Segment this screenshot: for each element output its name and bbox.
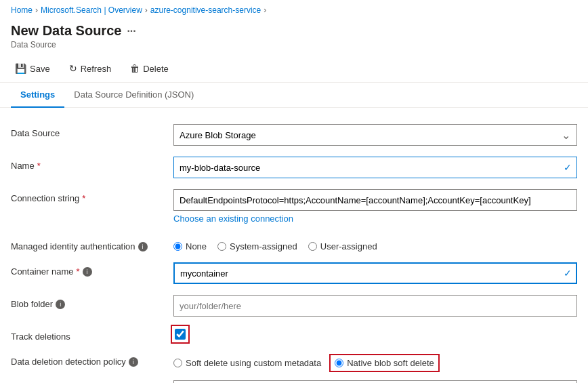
tab-bar: Settings Data Source Definition (JSON) (0, 83, 588, 108)
managed-identity-row: Managed identity authentication i None S… (11, 232, 577, 257)
data-source-row: Data Source Azure Blob Storage Azure SQL… (11, 119, 577, 151)
description-control (173, 380, 577, 383)
managed-identity-system[interactable]: System-assigned (217, 241, 297, 251)
more-options-icon[interactable]: ··· (127, 25, 135, 37)
managed-identity-control: None System-assigned User-assigned (173, 237, 577, 251)
container-name-required: * (77, 266, 80, 277)
managed-identity-info-icon[interactable]: i (138, 242, 148, 251)
tab-json[interactable]: Data Source Definition (JSON) (64, 83, 203, 108)
choose-connection-link[interactable]: Choose an existing connection (173, 211, 293, 226)
page-title: New Data Source (11, 23, 121, 39)
form: Data Source Azure Blob Storage Azure SQL… (0, 119, 588, 383)
name-required: * (37, 161, 41, 171)
track-deletions-label: Track deletions (11, 327, 173, 342)
blob-folder-label: Blob folder i (11, 295, 173, 309)
policy-soft-delete[interactable]: Soft delete using custom metadata (173, 358, 321, 368)
container-name-control: ✓ (173, 262, 577, 284)
description-textarea[interactable] (173, 380, 577, 383)
breadcrumb-service[interactable]: azure-cognitive-search-service (150, 5, 261, 15)
connection-string-row: Connection string * Choose an existing c… (11, 184, 577, 232)
refresh-button[interactable]: ↻ Refresh (65, 60, 116, 77)
save-icon: 💾 (15, 63, 26, 74)
delete-button[interactable]: 🗑 Delete (126, 60, 173, 77)
page-header: New Data Source ··· Data Source (0, 20, 588, 55)
name-row: Name * ✓ (11, 151, 577, 184)
container-name-info-icon[interactable]: i (83, 267, 92, 277)
track-deletions-row: Track deletions (11, 322, 577, 347)
blob-folder-info-icon[interactable]: i (56, 300, 65, 309)
data-source-label: Data Source (11, 124, 173, 138)
refresh-icon: ↻ (69, 63, 77, 74)
description-row: Description (11, 375, 577, 383)
deletion-policy-info-icon[interactable]: i (129, 357, 138, 367)
deletion-policy-label: Data deletion detection policy i (11, 352, 173, 367)
managed-identity-none[interactable]: None (173, 241, 207, 251)
description-label: Description (11, 380, 173, 383)
container-name-label: Container name * i (11, 262, 173, 277)
connection-string-required: * (82, 193, 85, 203)
tab-settings[interactable]: Settings (11, 83, 64, 108)
delete-icon: 🗑 (130, 63, 140, 74)
breadcrumb-search[interactable]: Microsoft.Search | Overview (41, 5, 142, 15)
connection-string-input[interactable] (173, 189, 577, 211)
container-name-row: Container name * i ✓ (11, 257, 577, 289)
managed-identity-user[interactable]: User-assigned (308, 241, 377, 251)
blob-folder-control (173, 295, 577, 317)
policy-native-blob[interactable]: Native blob soft delete (332, 357, 437, 369)
connection-string-label: Connection string * (11, 189, 173, 203)
track-deletions-checkbox[interactable] (175, 329, 186, 340)
toolbar: 💾 Save ↻ Refresh 🗑 Delete (0, 55, 588, 83)
page-subtitle: Data Source (11, 40, 577, 49)
blob-folder-row: Blob folder i (11, 289, 577, 322)
breadcrumb: Home › Microsoft.Search | Overview › azu… (0, 0, 588, 20)
deletion-policy-row: Data deletion detection policy i Soft de… (11, 347, 577, 375)
data-source-select[interactable]: Azure Blob Storage Azure SQL Database Az… (173, 124, 577, 146)
deletion-policy-control: Soft delete using custom metadata Native… (173, 352, 577, 369)
name-input[interactable] (173, 157, 577, 178)
container-name-valid-icon: ✓ (564, 268, 572, 279)
breadcrumb-home[interactable]: Home (11, 5, 33, 15)
data-source-control: Azure Blob Storage Azure SQL Database Az… (173, 124, 577, 146)
save-button[interactable]: 💾 Save (11, 60, 54, 77)
track-deletions-control (173, 327, 577, 342)
name-control: ✓ (173, 157, 577, 178)
name-valid-icon: ✓ (564, 162, 572, 173)
blob-folder-input[interactable] (173, 295, 577, 317)
managed-identity-label: Managed identity authentication i (11, 237, 173, 251)
name-label: Name * (11, 157, 173, 171)
connection-string-control: Choose an existing connection (173, 189, 577, 226)
container-name-input[interactable] (173, 262, 577, 284)
